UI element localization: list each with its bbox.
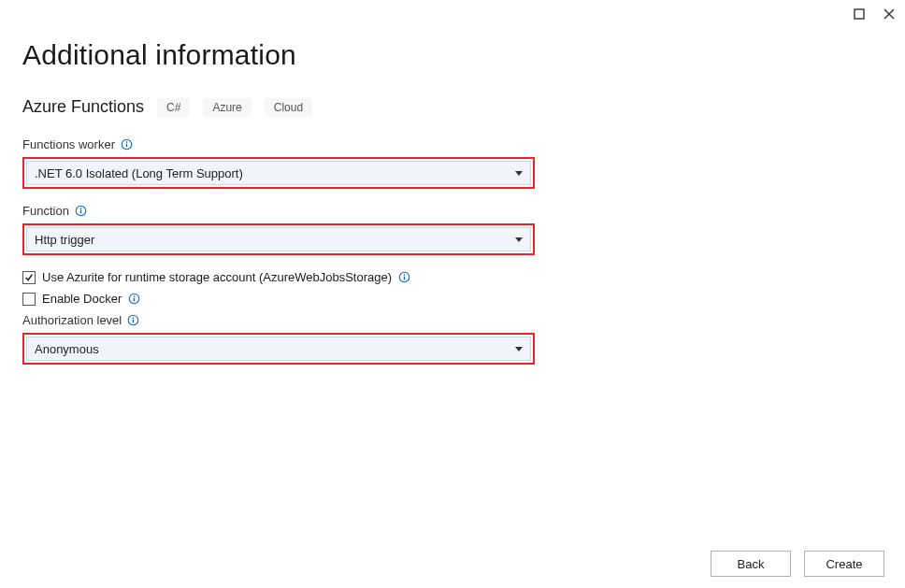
label-text: Function (22, 204, 69, 218)
functions-worker-group: Functions worker .NET 6.0 Isolated (Long… (22, 137, 883, 189)
info-icon[interactable] (127, 314, 139, 326)
maximize-icon[interactable] (853, 7, 866, 21)
checkbox-icon[interactable] (22, 293, 36, 306)
label-text: Functions worker (22, 137, 115, 151)
svg-rect-14 (134, 298, 135, 302)
back-button[interactable]: Back (711, 551, 791, 577)
auth-level-select[interactable]: Anonymous (26, 337, 531, 361)
svg-point-16 (133, 317, 135, 319)
chevron-down-icon (515, 171, 523, 176)
svg-rect-0 (855, 9, 864, 19)
function-group: Function Http trigger (22, 204, 883, 255)
function-label: Function (22, 204, 883, 218)
function-select-highlight: Http trigger (22, 223, 535, 255)
create-button[interactable]: Create (804, 551, 884, 577)
svg-rect-17 (133, 320, 134, 323)
chevron-down-icon (515, 347, 523, 351)
svg-point-4 (126, 141, 128, 143)
auth-level-group: Authorization level Anonymous (22, 313, 883, 365)
svg-point-10 (404, 274, 406, 276)
info-icon[interactable] (121, 138, 133, 151)
functions-worker-label: Functions worker (22, 137, 883, 151)
svg-rect-11 (404, 277, 405, 280)
option-label: Enable Docker (42, 292, 122, 306)
footer-buttons: Back Create (711, 551, 884, 577)
svg-rect-5 (126, 144, 127, 148)
project-tag: Cloud (265, 98, 312, 117)
azurite-option[interactable]: Use Azurite for runtime storage account … (22, 270, 883, 284)
window-controls (853, 7, 896, 21)
info-icon[interactable] (398, 271, 410, 283)
page-title: Additional information (22, 39, 883, 71)
svg-point-13 (134, 295, 136, 297)
checkbox-icon[interactable] (22, 271, 36, 284)
info-icon[interactable] (75, 205, 87, 217)
close-icon[interactable] (883, 7, 896, 21)
label-text: Authorization level (22, 313, 122, 327)
project-tag: C# (157, 98, 190, 117)
svg-rect-8 (80, 210, 81, 214)
select-value: Anonymous (35, 342, 99, 356)
project-name: Azure Functions (22, 97, 144, 117)
auth-level-label: Authorization level (22, 313, 883, 327)
functions-worker-select[interactable]: .NET 6.0 Isolated (Long Term Support) (26, 161, 531, 185)
docker-option[interactable]: Enable Docker (22, 292, 883, 306)
chevron-down-icon (515, 237, 523, 242)
function-select[interactable]: Http trigger (26, 227, 531, 251)
info-icon[interactable] (128, 293, 140, 305)
select-value: .NET 6.0 Isolated (Long Term Support) (35, 166, 243, 180)
page-body: Additional information Azure Functions C… (0, 0, 905, 365)
auth-level-select-highlight: Anonymous (22, 333, 535, 365)
select-value: Http trigger (35, 233, 94, 247)
option-label: Use Azurite for runtime storage account … (42, 270, 392, 284)
project-header: Azure Functions C# Azure Cloud (22, 97, 883, 117)
functions-worker-select-highlight: .NET 6.0 Isolated (Long Term Support) (22, 157, 535, 189)
project-tag: Azure (203, 98, 251, 117)
svg-point-7 (80, 208, 82, 209)
